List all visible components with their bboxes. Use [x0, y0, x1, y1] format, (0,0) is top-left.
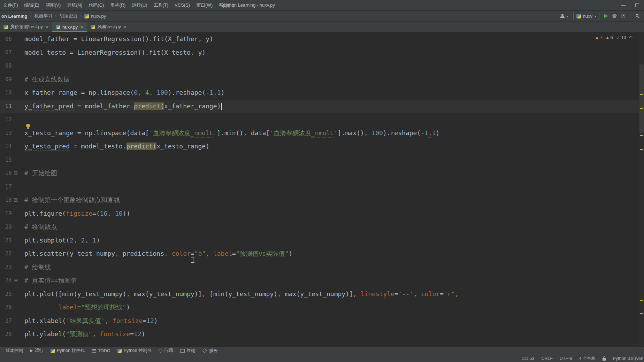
warning-stripe-mark[interactable] [640, 313, 643, 314]
line-number[interactable]: 16 [0, 167, 12, 180]
code-line[interactable]: 12 [0, 113, 639, 126]
close-icon[interactable]: × [124, 24, 127, 29]
fold-icon[interactable] [14, 171, 17, 175]
fold-icon[interactable] [14, 279, 17, 282]
tool-window-button[interactable]: 终端 [177, 347, 199, 355]
line-number[interactable]: 20 [0, 220, 12, 234]
menu-item[interactable]: 重构(R) [107, 0, 129, 10]
run-configuration-select[interactable]: huxv ▾ [573, 12, 600, 20]
code-line[interactable]: 18# 绘制第一个图象绘制散点和直线 [0, 193, 639, 207]
code-line[interactable]: 21plt.subplot(2, 2, 1) [0, 234, 639, 247]
line-number[interactable]: 26 [0, 301, 12, 314]
tool-window-button[interactable]: TODO [88, 347, 114, 355]
menu-item[interactable]: 编辑(E) [21, 0, 43, 10]
code-line[interactable]: 23# 绘制线 [0, 261, 639, 274]
menu-item[interactable]: 文件(F) [0, 0, 21, 10]
line-number[interactable]: 25 [0, 287, 12, 301]
tool-window-button[interactable]: 运行 [26, 347, 47, 355]
line-number[interactable]: 27 [0, 314, 12, 328]
lock-icon[interactable] [603, 358, 606, 361]
code-line[interactable]: 16# 开始绘图 [0, 167, 639, 180]
line-number[interactable]: 18 [0, 193, 12, 207]
intention-lightbulb-icon[interactable] [26, 124, 30, 130]
line-number[interactable]: 12 [0, 113, 12, 126]
warning-stripe-mark[interactable] [640, 94, 643, 95]
warning-stripe-mark[interactable] [640, 135, 643, 136]
weak-warnings-count-group[interactable]: ▲ 6 [606, 35, 613, 40]
breadcrumb-item[interactable]: on Learning [1, 14, 27, 19]
line-number[interactable]: 17 [0, 180, 12, 194]
error-stripe-scrollbar[interactable] [639, 32, 644, 346]
code-line[interactable]: 27plt.xlabel('结果真实值', fontsize=12) [0, 314, 639, 328]
status-item[interactable]: 4 个空格 [579, 356, 596, 362]
menu-item[interactable]: 运行(U) [129, 0, 150, 10]
menu-item[interactable]: 工具(T) [150, 0, 171, 10]
warning-stripe-mark[interactable] [640, 300, 643, 301]
run-button[interactable] [604, 14, 608, 18]
code-line[interactable]: 28plt.ylabel("预测值", fontsize=12) [0, 328, 639, 341]
line-number[interactable]: 24 [0, 274, 12, 287]
warning-stripe-mark[interactable] [640, 108, 643, 109]
minimize-icon[interactable] [621, 5, 626, 6]
editor-tab-active[interactable]: huxv.py× [52, 22, 87, 32]
code-line[interactable]: 06model_father = LinearRegression().fit(… [0, 32, 639, 46]
line-number[interactable]: 13 [0, 126, 12, 140]
status-item[interactable]: 111:53 [522, 356, 534, 361]
inspections-widget[interactable]: ▲ 7 ▲ 6 ✓ 13 [595, 35, 632, 40]
line-number[interactable]: 22 [0, 247, 12, 261]
line-number[interactable]: 10 [0, 86, 12, 100]
status-item[interactable]: CRLF [541, 356, 553, 361]
code-line[interactable]: 25plt.plot([min(y_test_numpy), max(y_tes… [0, 287, 639, 301]
tool-window-button[interactable]: 服务 [199, 347, 221, 355]
code-line[interactable]: 22plt.scatter(y_test_numpy, predictions,… [0, 247, 639, 261]
tool-window-button[interactable]: 问题 [155, 347, 177, 355]
line-number[interactable]: 08 [0, 59, 12, 73]
line-number[interactable]: 11 [0, 100, 12, 113]
code-line[interactable]: 20# 绘制散点 [0, 220, 639, 234]
code-with-me-users-button[interactable]: ▾ [560, 14, 568, 18]
tool-window-button[interactable]: Python 软件包 [47, 347, 88, 355]
menu-item[interactable]: 视图(V) [43, 0, 64, 10]
scrollbar-thumb[interactable] [639, 64, 644, 133]
search-everywhere-button[interactable] [635, 14, 641, 19]
menu-item[interactable]: 导航(N) [64, 0, 85, 10]
tool-window-button[interactable]: Python 控制台 [114, 347, 155, 355]
menu-item[interactable]: 窗口(W) [193, 0, 216, 10]
line-number[interactable]: 21 [0, 234, 12, 247]
close-icon[interactable]: × [80, 24, 83, 29]
code-editor[interactable]: 06model_father = LinearRegression().fit(… [0, 32, 644, 346]
code-line[interactable]: 14y_testo_pred = model_testo.predict(x_t… [0, 140, 639, 153]
editor-tab[interactable]: 风暴\test.py× [87, 22, 130, 32]
close-icon[interactable]: × [46, 24, 48, 29]
menu-item[interactable]: 代码(C) [85, 0, 107, 10]
breadcrumb-item[interactable]: 机器学习 [34, 13, 52, 19]
line-number[interactable]: 19 [0, 207, 12, 221]
status-item[interactable]: UTF-8 [560, 356, 572, 361]
tool-window-button[interactable]: 版本控制 [2, 347, 26, 355]
breadcrumb-item[interactable]: 胡须密度 [59, 13, 77, 19]
code-area[interactable]: 06model_father = LinearRegression().fit(… [0, 32, 639, 341]
code-line[interactable]: 09# 生成直线数据 [0, 73, 639, 86]
warnings-count-group[interactable]: ▲ 7 [595, 35, 603, 40]
line-number[interactable]: 07 [0, 46, 12, 60]
fold-icon[interactable] [14, 198, 17, 202]
menu-item[interactable]: VCS(S) [171, 0, 193, 10]
debug-button[interactable] [613, 14, 616, 18]
code-line[interactable]: 10x_father_range = np.linspace(0, 4, 100… [0, 86, 639, 100]
profiler-button[interactable] [621, 14, 625, 18]
code-line[interactable]: 07model_testo = LinearRegression().fit(X… [0, 46, 639, 60]
warning-stripe-mark[interactable] [640, 149, 643, 150]
code-line[interactable]: 17 [0, 180, 639, 194]
code-line[interactable]: 24# 真实值==预测值 [0, 274, 639, 287]
line-number[interactable]: 15 [0, 153, 12, 167]
code-line[interactable]: 13x_testo_range = np.linspace(data['血清睾酮… [0, 126, 639, 140]
chevron-up-icon[interactable] [629, 36, 632, 40]
code-line[interactable]: 08 [0, 59, 639, 73]
line-number[interactable]: 28 [0, 328, 12, 341]
line-number[interactable]: 06 [0, 32, 12, 46]
editor-tab[interactable]: 房价预测\test.py× [0, 22, 52, 32]
code-line[interactable]: 26 label="预想的理想线") [0, 301, 639, 314]
status-item[interactable]: Python 3.8 (ven [613, 356, 643, 361]
line-number[interactable]: 09 [0, 73, 12, 86]
code-line[interactable]: 19plt.figure(figsize=(16, 10)) [0, 207, 639, 221]
